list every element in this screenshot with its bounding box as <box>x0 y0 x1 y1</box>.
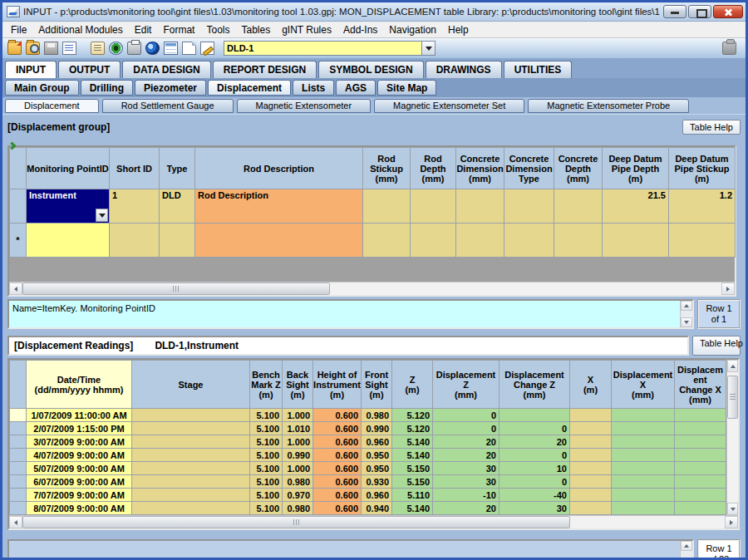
cell-height-of-instrument[interactable]: 0.600 <box>313 435 362 449</box>
tab-output[interactable]: OUTPUT <box>58 61 121 78</box>
menu-additional-modules[interactable]: Additional Modules <box>32 22 128 37</box>
row-selector[interactable] <box>10 422 27 435</box>
cell-stage[interactable] <box>132 489 250 502</box>
cell-back-sight[interactable]: 1.000 <box>283 462 313 475</box>
menu-file[interactable]: File <box>5 22 32 37</box>
subtab-magnetic-extensometer-probe[interactable]: Magnetic Extensometer Probe <box>528 99 689 113</box>
cell-deep-datum-pipe-stickup[interactable]: 1.2 <box>669 189 736 224</box>
cell-front-sight[interactable]: 0.980 <box>362 409 392 422</box>
menu-edit[interactable]: Edit <box>129 22 158 37</box>
cell-date-time[interactable]: 5/07/2009 9:00:00 AM <box>27 462 132 475</box>
scroll-right-button[interactable] <box>721 282 735 295</box>
cell-z[interactable]: 5.140 <box>392 449 433 462</box>
cell-deep-datum-pipe-depth[interactable]: 21.5 <box>603 189 669 224</box>
new-cell-deep-datum-pipe-stickup[interactable] <box>669 224 736 258</box>
cell-type[interactable]: DLD <box>160 189 195 224</box>
scrollbar-thumb[interactable] <box>727 376 738 419</box>
readings-vertical-scrollbar[interactable] <box>726 360 738 515</box>
row-selector[interactable] <box>10 435 27 449</box>
cell-x[interactable] <box>570 489 612 502</box>
cell-stage[interactable] <box>132 475 250 489</box>
cell-bench-mark-z[interactable]: 5.100 <box>250 409 283 422</box>
file-browse-icon[interactable] <box>26 42 40 55</box>
new-cell-rod-stickup[interactable] <box>363 224 411 258</box>
cell-height-of-instrument[interactable]: 0.600 <box>313 422 362 435</box>
cell-displacement-z[interactable]: 30 <box>433 475 499 489</box>
tab-main-group[interactable]: Main Group <box>5 80 79 96</box>
cell-x[interactable] <box>570 435 612 449</box>
cell-displacement-z[interactable]: 20 <box>433 435 499 449</box>
cell-displacement-x[interactable] <box>612 462 675 475</box>
cell-back-sight[interactable]: 0.990 <box>283 449 313 462</box>
cell-concrete-dimension[interactable] <box>456 189 504 224</box>
status-scroll-up[interactable] <box>681 541 692 551</box>
tab-utilities[interactable]: UTILITIES <box>504 61 573 78</box>
cell-displacement-z[interactable]: 20 <box>433 502 499 515</box>
row-selector[interactable] <box>10 189 27 224</box>
cell-back-sight[interactable]: 0.980 <box>283 475 313 489</box>
top-horizontal-scrollbar[interactable] <box>9 282 735 295</box>
cell-z[interactable]: 5.150 <box>392 475 433 489</box>
edit-document-icon[interactable] <box>200 42 214 55</box>
cell-z[interactable]: 5.110 <box>392 489 433 502</box>
cell-back-sight[interactable]: 0.970 <box>283 489 313 502</box>
cell-bench-mark-z[interactable]: 5.100 <box>250 462 283 475</box>
cell-rod-description[interactable]: Rod Description <box>195 189 363 224</box>
cell-displacement-x[interactable] <box>612 502 675 515</box>
new-cell-concrete-dimension[interactable] <box>456 224 504 258</box>
cell-front-sight[interactable]: 0.950 <box>362 449 392 462</box>
cell-displacement-change-x[interactable] <box>675 449 726 462</box>
cell-height-of-instrument[interactable]: 0.600 <box>313 409 362 422</box>
menu-navigation[interactable]: Navigation <box>383 22 442 37</box>
cell-bench-mark-z[interactable]: 5.100 <box>250 489 283 502</box>
subtab-displacement[interactable]: Displacement <box>5 99 99 113</box>
cell-height-of-instrument[interactable]: 0.600 <box>313 462 362 475</box>
cell-front-sight[interactable]: 0.960 <box>362 435 392 449</box>
tab-piezometer[interactable]: Piezometer <box>135 80 206 96</box>
tab-input[interactable]: INPUT <box>5 61 57 78</box>
minimize-button[interactable] <box>663 5 686 18</box>
subtab-magnetic-extensometer[interactable]: Magnetic Extensometer <box>237 99 372 113</box>
cell-short-id[interactable]: 1 <box>110 189 160 224</box>
cell-date-time[interactable]: 1/07/2009 11:00:00 AM <box>27 409 132 422</box>
combobox-dropdown-button[interactable] <box>421 42 435 55</box>
open-project-icon[interactable] <box>7 42 22 55</box>
cell-concrete-depth[interactable] <box>554 189 603 224</box>
cell-stage[interactable] <box>132 449 250 462</box>
cell-displacement-x[interactable] <box>612 422 675 435</box>
cell-displacement-change-x[interactable] <box>675 502 726 515</box>
cell-stage[interactable] <box>132 502 250 515</box>
save-icon[interactable] <box>44 42 58 55</box>
new-cell-rod-depth[interactable] <box>411 224 456 258</box>
cell-back-sight[interactable]: 1.000 <box>283 435 313 449</box>
cell-front-sight[interactable]: 0.960 <box>362 489 392 502</box>
cell-displacement-change-z[interactable]: 10 <box>499 462 570 475</box>
cell-displacement-x[interactable] <box>612 489 675 502</box>
trash-icon[interactable] <box>722 42 736 55</box>
cell-date-time[interactable]: 7/07/2009 9:00:00 AM <box>27 489 132 502</box>
cell-displacement-change-z[interactable] <box>499 409 570 422</box>
cell-front-sight[interactable]: 0.990 <box>362 422 392 435</box>
cell-date-time[interactable]: 3/07/2009 9:00:00 AM <box>27 435 132 449</box>
tab-drawings[interactable]: DRAWINGS <box>426 61 502 78</box>
cell-displacement-change-x[interactable] <box>675 462 726 475</box>
cell-date-time[interactable]: 2/07/2009 1:15:00 PM <box>27 422 132 435</box>
cell-height-of-instrument[interactable]: 0.600 <box>313 502 362 515</box>
subtab-rod-settlement-gauge[interactable]: Rod Settlement Gauge <box>102 99 234 113</box>
cell-z[interactable]: 5.150 <box>392 462 433 475</box>
menu-tools[interactable]: Tools <box>200 22 235 37</box>
cell-back-sight[interactable]: 0.980 <box>283 502 313 515</box>
cell-stage[interactable] <box>132 422 250 435</box>
cell-displacement-change-x[interactable] <box>675 475 726 489</box>
cell-concrete-dimension-type[interactable] <box>504 189 554 224</box>
cell-z[interactable]: 5.140 <box>392 435 433 449</box>
cell-x[interactable] <box>570 449 612 462</box>
tab-data-design[interactable]: DATA DESIGN <box>122 61 210 78</box>
close-button[interactable] <box>713 5 743 18</box>
tab-ags[interactable]: AGS <box>336 80 376 96</box>
cell-displacement-change-z[interactable]: 20 <box>499 435 570 449</box>
new-cell-rod-description[interactable] <box>195 224 363 258</box>
scroll-down-button[interactable] <box>727 503 738 515</box>
point-selector-combobox[interactable]: DLD-1 <box>224 41 436 56</box>
cell-stage[interactable] <box>132 462 250 475</box>
